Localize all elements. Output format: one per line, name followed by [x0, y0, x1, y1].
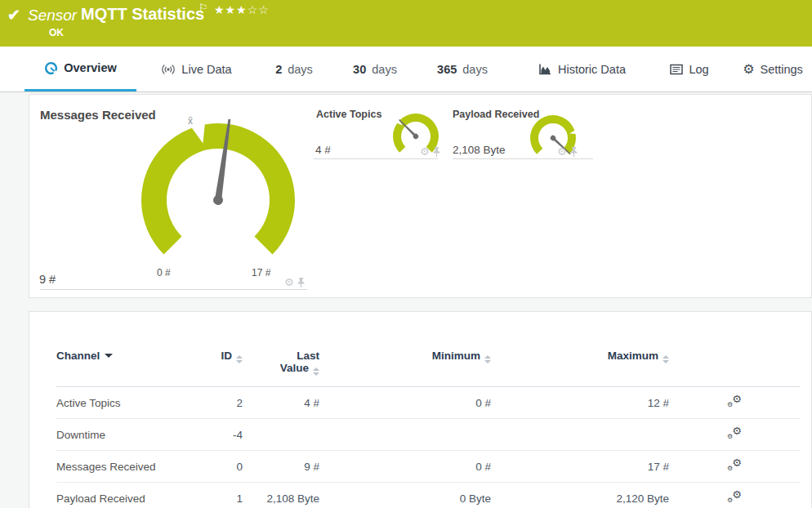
tile-divider: [40, 289, 307, 290]
sort-icon: [663, 355, 669, 363]
cell-maximum: 12 #: [491, 387, 669, 419]
cell-minimum: 0 #: [319, 387, 491, 419]
edit-channel-icon[interactable]: ⚙⚙: [727, 459, 742, 472]
channels-panel: Channel ID Last Value Minimum Maximum Ac…: [29, 311, 812, 508]
header-id-label: ID: [221, 350, 233, 362]
cell-channel: Messages Received: [56, 451, 203, 483]
log-list-icon: [670, 64, 683, 75]
stars-filled[interactable]: ★★★: [214, 3, 248, 16]
tab-overview-label: Overview: [64, 61, 117, 74]
cell-last-value: 9 #: [243, 451, 319, 483]
tab-2-days[interactable]: 2 days: [265, 47, 323, 91]
cell-maximum: 2,120 Byte: [491, 483, 669, 508]
sort-icon: [313, 368, 319, 376]
header-channel[interactable]: Channel: [56, 312, 203, 387]
table-row: Downtime -4 ⚙⚙: [56, 419, 800, 451]
cell-channel: Payload Received: [56, 483, 203, 508]
header-minimum[interactable]: Minimum: [319, 312, 491, 387]
header-value-label: Value: [280, 362, 309, 374]
tile-icons-messages: ⚙: [284, 277, 305, 287]
edit-channel-icon[interactable]: ⚙⚙: [727, 395, 742, 408]
cell-minimum: 0 Byte: [319, 483, 491, 508]
tab-settings[interactable]: ⚙ Settings: [735, 47, 810, 91]
cell-maximum: 17 #: [491, 451, 669, 483]
tab-30-days-unit: days: [372, 63, 397, 76]
tab-365-days[interactable]: 365 days: [426, 47, 499, 91]
priority-stars[interactable]: ★★★☆☆: [214, 3, 270, 16]
tab-2-days-number: 2: [275, 63, 282, 76]
messages-received-gauge: [136, 117, 300, 280]
header-channel-label: Channel: [56, 350, 100, 362]
gauge-max-label: 17 #: [252, 267, 270, 279]
cell-id: 0: [203, 451, 243, 483]
cell-id: 1: [203, 483, 243, 508]
tab-historic-data[interactable]: Historic Data: [527, 47, 637, 91]
header-id[interactable]: ID: [203, 312, 243, 387]
table-header-row: Channel ID Last Value Minimum Maximum: [56, 312, 800, 387]
pin-icon[interactable]: [433, 147, 440, 157]
tile-divider: [453, 158, 593, 159]
tab-30-days-number: 30: [353, 63, 366, 76]
sensor-title: MQTT Statistics: [81, 5, 204, 24]
table-row: Payload Received 1 2,108 Byte 0 Byte 2,1…: [56, 483, 800, 508]
gear-icon[interactable]: ⚙: [284, 277, 294, 287]
cell-last-value: 2,108 Byte: [243, 483, 319, 508]
header-last-value[interactable]: Last Value: [243, 312, 319, 387]
gauges-panel: Messages Received x̄ 0 # 17 # 9 # ⚙ Acti…: [29, 94, 812, 298]
cell-id: -4: [203, 419, 243, 451]
sensor-header: ✔ Sensor MQTT Statistics ⚐ ★★★☆☆ OK: [0, 0, 812, 47]
gauge-active-topics-value: 4 #: [315, 144, 331, 156]
tab-2-days-unit: days: [288, 63, 313, 76]
gauge-payload-value: 2,108 Byte: [453, 144, 506, 156]
header-minimum-label: Minimum: [432, 350, 480, 362]
prtg-sensor-page: ✔ Sensor MQTT Statistics ⚐ ★★★☆☆ OK Over…: [0, 0, 812, 508]
broadcast-icon: [161, 63, 176, 76]
tab-live-data-label: Live Data: [181, 63, 231, 76]
gear-icon[interactable]: ⚙: [420, 146, 430, 157]
cell-id: 2: [203, 387, 243, 419]
gear-icon: ⚙: [743, 63, 754, 76]
gauge-min-label: 0 #: [157, 267, 171, 279]
edit-channel-icon[interactable]: ⚙⚙: [727, 491, 742, 504]
gauge-active-topics-title: Active Topics: [316, 109, 381, 120]
gauge-icon: [44, 61, 58, 75]
header-edit: [669, 312, 800, 387]
pin-icon[interactable]: [297, 278, 305, 287]
table-row: Messages Received 0 9 # 0 # 17 # ⚙⚙: [56, 451, 800, 483]
cell-channel: Downtime: [56, 419, 203, 451]
tab-historic-data-label: Historic Data: [558, 63, 626, 76]
header-last-label: Last: [243, 350, 319, 362]
cell-last-value: 4 #: [243, 387, 319, 419]
flag-icon[interactable]: ⚐: [199, 2, 208, 14]
tab-365-days-unit: days: [462, 63, 488, 76]
channels-table: Channel ID Last Value Minimum Maximum Ac…: [56, 312, 800, 508]
tile-divider: [314, 158, 438, 159]
edit-channel-icon[interactable]: ⚙⚙: [727, 427, 742, 440]
cell-channel: Active Topics: [56, 387, 203, 419]
pin-icon[interactable]: [570, 147, 578, 157]
stars-empty[interactable]: ☆☆: [248, 3, 270, 16]
tab-365-days-number: 365: [437, 63, 457, 76]
tab-log[interactable]: Log: [662, 47, 717, 91]
area-chart-icon: [538, 63, 552, 75]
sort-icon: [236, 355, 243, 363]
cell-minimum: 0 #: [319, 451, 491, 483]
average-marker-symbol: x̄: [188, 115, 193, 127]
gear-icon[interactable]: ⚙: [557, 146, 567, 157]
tab-live-data[interactable]: Live Data: [149, 47, 243, 91]
cell-minimum: [319, 419, 491, 451]
tab-overview[interactable]: Overview: [25, 47, 136, 91]
tile-icons-active-topics: ⚙: [420, 146, 440, 157]
header-maximum[interactable]: Maximum: [491, 312, 669, 387]
header-maximum-label: Maximum: [608, 350, 658, 362]
gauge-messages-value: 9 #: [39, 273, 56, 286]
cell-maximum: [491, 419, 669, 451]
table-row: Active Topics 2 4 # 0 # 12 # ⚙⚙: [56, 387, 800, 419]
tile-icons-payload: ⚙: [557, 146, 578, 157]
status-badge: OK: [49, 27, 64, 38]
sort-icon: [484, 355, 491, 363]
object-kind-label: Sensor: [28, 7, 77, 25]
tab-30-days[interactable]: 30 days: [343, 47, 407, 91]
tab-bar: Overview Live Data 2 days 30 days 365 da…: [0, 47, 812, 92]
tab-settings-label: Settings: [760, 63, 802, 76]
